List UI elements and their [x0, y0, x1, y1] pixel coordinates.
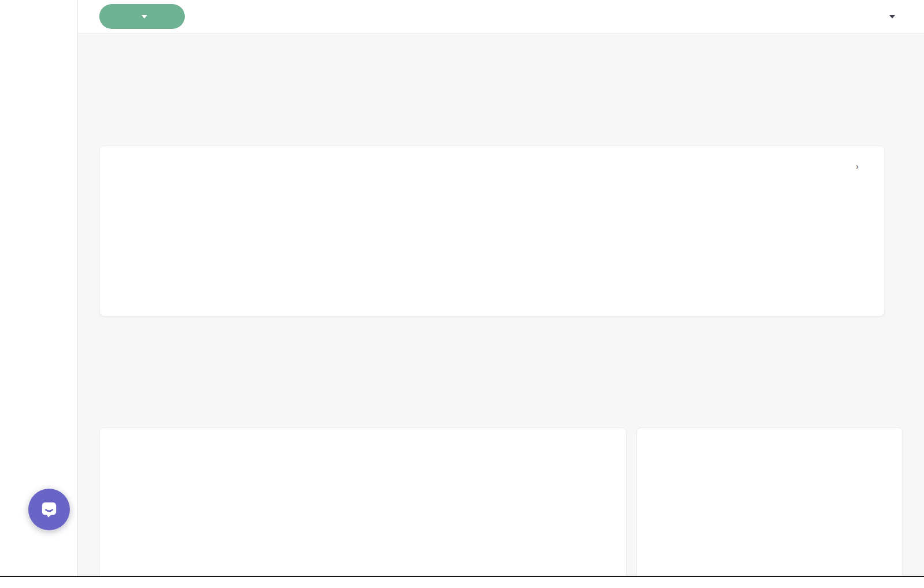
test-runs-timeline — [100, 181, 885, 317]
workspace-menu[interactable] — [862, 8, 895, 25]
search-icon[interactable] — [777, 9, 792, 24]
overview-greeting — [102, 49, 126, 66]
test-run-history-panel — [99, 427, 627, 576]
mascot-icon — [102, 334, 120, 352]
bar-chart-icon — [837, 161, 847, 171]
app-viewport: › — [0, 0, 924, 576]
mascot-icon — [102, 49, 120, 66]
chevron-right-icon: › — [856, 161, 859, 171]
monitor-icon[interactable] — [748, 9, 763, 24]
help-icon[interactable] — [833, 9, 848, 24]
filter-icon[interactable] — [805, 9, 820, 24]
new-button[interactable] — [99, 4, 185, 29]
topbar — [78, 0, 924, 34]
chat-launcher[interactable] — [28, 489, 70, 530]
environment-greeting — [102, 334, 126, 352]
avatar — [867, 8, 884, 25]
top-failure-reasons-panel — [636, 427, 903, 576]
chevron-down-icon — [141, 15, 147, 18]
dashboard-screen: › — [0, 0, 924, 588]
see-all-results-link[interactable]: › — [837, 161, 859, 171]
chat-icon — [38, 498, 60, 520]
recent-test-runs-panel: › — [99, 146, 885, 317]
chevron-down-icon — [889, 15, 895, 18]
topbar-actions — [748, 8, 895, 25]
sidebar — [0, 0, 78, 576]
window-edge — [0, 576, 924, 577]
